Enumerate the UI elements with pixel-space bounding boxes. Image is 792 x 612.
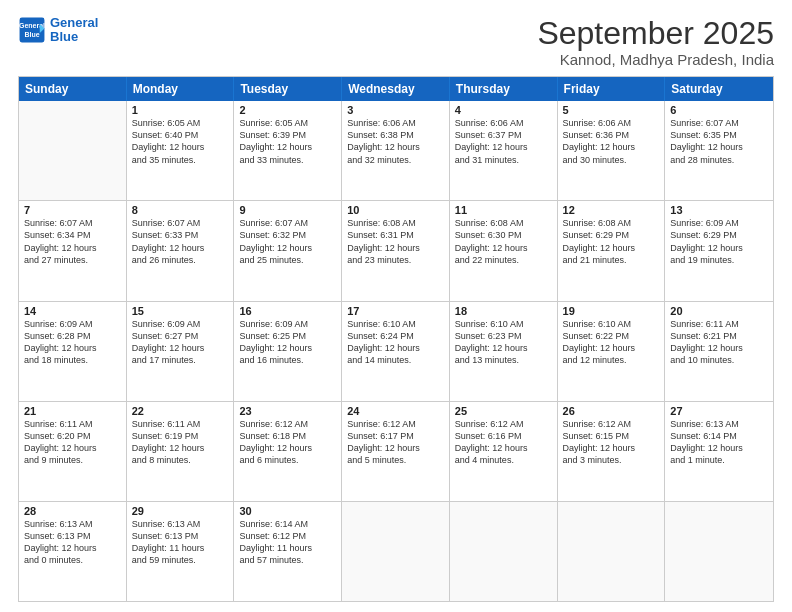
day-number: 23 bbox=[239, 405, 336, 417]
logo-line1: General bbox=[50, 16, 98, 30]
calendar-cell: 22Sunrise: 6:11 AM Sunset: 6:19 PM Dayli… bbox=[127, 402, 235, 501]
day-number: 12 bbox=[563, 204, 660, 216]
calendar-cell: 29Sunrise: 6:13 AM Sunset: 6:13 PM Dayli… bbox=[127, 502, 235, 601]
logo: General Blue General Blue bbox=[18, 16, 98, 45]
title-block: September 2025 Kannod, Madhya Pradesh, I… bbox=[537, 16, 774, 68]
calendar-cell: 26Sunrise: 6:12 AM Sunset: 6:15 PM Dayli… bbox=[558, 402, 666, 501]
calendar-cell: 25Sunrise: 6:12 AM Sunset: 6:16 PM Dayli… bbox=[450, 402, 558, 501]
day-info: Sunrise: 6:05 AM Sunset: 6:39 PM Dayligh… bbox=[239, 117, 336, 166]
day-info: Sunrise: 6:06 AM Sunset: 6:36 PM Dayligh… bbox=[563, 117, 660, 166]
day-number: 8 bbox=[132, 204, 229, 216]
weekday-header: Tuesday bbox=[234, 77, 342, 101]
day-info: Sunrise: 6:13 AM Sunset: 6:13 PM Dayligh… bbox=[24, 518, 121, 567]
calendar-cell: 4Sunrise: 6:06 AM Sunset: 6:37 PM Daylig… bbox=[450, 101, 558, 200]
day-number: 16 bbox=[239, 305, 336, 317]
calendar-cell: 7Sunrise: 6:07 AM Sunset: 6:34 PM Daylig… bbox=[19, 201, 127, 300]
calendar: SundayMondayTuesdayWednesdayThursdayFrid… bbox=[18, 76, 774, 602]
calendar-cell bbox=[665, 502, 773, 601]
day-info: Sunrise: 6:09 AM Sunset: 6:25 PM Dayligh… bbox=[239, 318, 336, 367]
day-info: Sunrise: 6:08 AM Sunset: 6:30 PM Dayligh… bbox=[455, 217, 552, 266]
calendar-cell: 10Sunrise: 6:08 AM Sunset: 6:31 PM Dayli… bbox=[342, 201, 450, 300]
logo-line2: Blue bbox=[50, 30, 98, 44]
calendar-cell: 8Sunrise: 6:07 AM Sunset: 6:33 PM Daylig… bbox=[127, 201, 235, 300]
day-number: 30 bbox=[239, 505, 336, 517]
day-number: 18 bbox=[455, 305, 552, 317]
calendar-cell: 6Sunrise: 6:07 AM Sunset: 6:35 PM Daylig… bbox=[665, 101, 773, 200]
day-number: 9 bbox=[239, 204, 336, 216]
day-number: 17 bbox=[347, 305, 444, 317]
logo-text: General Blue bbox=[50, 16, 98, 45]
day-number: 25 bbox=[455, 405, 552, 417]
subtitle: Kannod, Madhya Pradesh, India bbox=[537, 51, 774, 68]
calendar-cell bbox=[342, 502, 450, 601]
calendar-cell: 18Sunrise: 6:10 AM Sunset: 6:23 PM Dayli… bbox=[450, 302, 558, 401]
day-number: 5 bbox=[563, 104, 660, 116]
calendar-cell: 15Sunrise: 6:09 AM Sunset: 6:27 PM Dayli… bbox=[127, 302, 235, 401]
weekday-header: Sunday bbox=[19, 77, 127, 101]
day-number: 13 bbox=[670, 204, 768, 216]
weekday-header: Friday bbox=[558, 77, 666, 101]
day-number: 24 bbox=[347, 405, 444, 417]
day-number: 2 bbox=[239, 104, 336, 116]
day-info: Sunrise: 6:07 AM Sunset: 6:32 PM Dayligh… bbox=[239, 217, 336, 266]
calendar-week-row: 1Sunrise: 6:05 AM Sunset: 6:40 PM Daylig… bbox=[19, 101, 773, 201]
day-info: Sunrise: 6:11 AM Sunset: 6:21 PM Dayligh… bbox=[670, 318, 768, 367]
day-info: Sunrise: 6:09 AM Sunset: 6:29 PM Dayligh… bbox=[670, 217, 768, 266]
svg-text:Blue: Blue bbox=[24, 31, 39, 38]
day-number: 29 bbox=[132, 505, 229, 517]
logo-icon: General Blue bbox=[18, 16, 46, 44]
day-info: Sunrise: 6:10 AM Sunset: 6:24 PM Dayligh… bbox=[347, 318, 444, 367]
calendar-cell: 9Sunrise: 6:07 AM Sunset: 6:32 PM Daylig… bbox=[234, 201, 342, 300]
weekday-header: Saturday bbox=[665, 77, 773, 101]
day-number: 15 bbox=[132, 305, 229, 317]
calendar-week-row: 14Sunrise: 6:09 AM Sunset: 6:28 PM Dayli… bbox=[19, 302, 773, 402]
calendar-cell: 24Sunrise: 6:12 AM Sunset: 6:17 PM Dayli… bbox=[342, 402, 450, 501]
calendar-cell: 23Sunrise: 6:12 AM Sunset: 6:18 PM Dayli… bbox=[234, 402, 342, 501]
day-info: Sunrise: 6:13 AM Sunset: 6:14 PM Dayligh… bbox=[670, 418, 768, 467]
day-info: Sunrise: 6:13 AM Sunset: 6:13 PM Dayligh… bbox=[132, 518, 229, 567]
day-info: Sunrise: 6:07 AM Sunset: 6:34 PM Dayligh… bbox=[24, 217, 121, 266]
day-number: 27 bbox=[670, 405, 768, 417]
day-info: Sunrise: 6:09 AM Sunset: 6:28 PM Dayligh… bbox=[24, 318, 121, 367]
day-info: Sunrise: 6:07 AM Sunset: 6:33 PM Dayligh… bbox=[132, 217, 229, 266]
day-number: 3 bbox=[347, 104, 444, 116]
day-number: 1 bbox=[132, 104, 229, 116]
calendar-cell bbox=[450, 502, 558, 601]
day-number: 10 bbox=[347, 204, 444, 216]
day-number: 4 bbox=[455, 104, 552, 116]
day-info: Sunrise: 6:10 AM Sunset: 6:22 PM Dayligh… bbox=[563, 318, 660, 367]
calendar-cell: 20Sunrise: 6:11 AM Sunset: 6:21 PM Dayli… bbox=[665, 302, 773, 401]
calendar-cell: 30Sunrise: 6:14 AM Sunset: 6:12 PM Dayli… bbox=[234, 502, 342, 601]
day-info: Sunrise: 6:07 AM Sunset: 6:35 PM Dayligh… bbox=[670, 117, 768, 166]
calendar-cell: 17Sunrise: 6:10 AM Sunset: 6:24 PM Dayli… bbox=[342, 302, 450, 401]
calendar-header: SundayMondayTuesdayWednesdayThursdayFrid… bbox=[19, 77, 773, 101]
day-number: 22 bbox=[132, 405, 229, 417]
calendar-cell bbox=[19, 101, 127, 200]
calendar-week-row: 7Sunrise: 6:07 AM Sunset: 6:34 PM Daylig… bbox=[19, 201, 773, 301]
day-info: Sunrise: 6:12 AM Sunset: 6:18 PM Dayligh… bbox=[239, 418, 336, 467]
weekday-header: Wednesday bbox=[342, 77, 450, 101]
calendar-cell: 11Sunrise: 6:08 AM Sunset: 6:30 PM Dayli… bbox=[450, 201, 558, 300]
calendar-cell: 27Sunrise: 6:13 AM Sunset: 6:14 PM Dayli… bbox=[665, 402, 773, 501]
page: General Blue General Blue September 2025… bbox=[0, 0, 792, 612]
calendar-cell: 13Sunrise: 6:09 AM Sunset: 6:29 PM Dayli… bbox=[665, 201, 773, 300]
day-info: Sunrise: 6:12 AM Sunset: 6:15 PM Dayligh… bbox=[563, 418, 660, 467]
day-info: Sunrise: 6:14 AM Sunset: 6:12 PM Dayligh… bbox=[239, 518, 336, 567]
calendar-cell: 19Sunrise: 6:10 AM Sunset: 6:22 PM Dayli… bbox=[558, 302, 666, 401]
weekday-header: Thursday bbox=[450, 77, 558, 101]
day-info: Sunrise: 6:12 AM Sunset: 6:16 PM Dayligh… bbox=[455, 418, 552, 467]
calendar-cell: 14Sunrise: 6:09 AM Sunset: 6:28 PM Dayli… bbox=[19, 302, 127, 401]
day-number: 21 bbox=[24, 405, 121, 417]
day-info: Sunrise: 6:06 AM Sunset: 6:37 PM Dayligh… bbox=[455, 117, 552, 166]
day-number: 11 bbox=[455, 204, 552, 216]
calendar-week-row: 28Sunrise: 6:13 AM Sunset: 6:13 PM Dayli… bbox=[19, 502, 773, 601]
calendar-cell bbox=[558, 502, 666, 601]
main-title: September 2025 bbox=[537, 16, 774, 51]
day-number: 7 bbox=[24, 204, 121, 216]
day-info: Sunrise: 6:10 AM Sunset: 6:23 PM Dayligh… bbox=[455, 318, 552, 367]
day-number: 28 bbox=[24, 505, 121, 517]
day-info: Sunrise: 6:11 AM Sunset: 6:20 PM Dayligh… bbox=[24, 418, 121, 467]
calendar-week-row: 21Sunrise: 6:11 AM Sunset: 6:20 PM Dayli… bbox=[19, 402, 773, 502]
day-number: 14 bbox=[24, 305, 121, 317]
weekday-header: Monday bbox=[127, 77, 235, 101]
